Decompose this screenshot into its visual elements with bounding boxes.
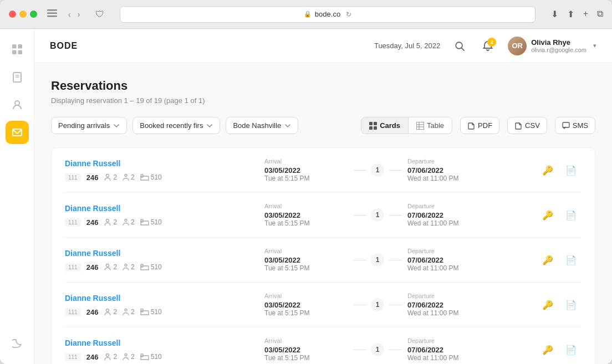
row-actions: 🔑 📄	[539, 162, 582, 178]
nights-badge: 1	[371, 208, 384, 222]
bed-number: 510	[140, 308, 162, 316]
sidebar-item-moon[interactable]	[6, 332, 29, 355]
sidebar	[0, 29, 34, 364]
app-header: BODE Tuesday, Jul 5, 2022	[34, 29, 612, 63]
room-number: 246	[86, 353, 99, 361]
departure-block: Departure 07/06/2022 Wed at 11:00 PM	[407, 203, 491, 227]
app: BODE Tuesday, Jul 5, 2022	[0, 29, 612, 364]
svg-rect-37	[141, 266, 149, 270]
maximize-button[interactable]	[30, 11, 37, 18]
svg-rect-31	[141, 221, 149, 225]
header-right: Tuesday, Jul 5, 2022 2	[374, 37, 596, 55]
arrival-date: 03/05/2022	[264, 211, 348, 219]
notification-bell[interactable]: 2	[479, 37, 497, 55]
svg-point-41	[106, 309, 109, 312]
key-icon[interactable]: 🔑	[539, 162, 556, 178]
document-icon[interactable]: 📄	[563, 252, 579, 268]
user-name: Olivia Rhye	[531, 38, 586, 47]
sidebar-item-book[interactable]	[6, 65, 29, 89]
document-icon[interactable]: 📄	[563, 296, 579, 313]
sms-button[interactable]: SMS	[555, 117, 595, 134]
bed-number: 510	[140, 353, 162, 361]
search-icon[interactable]	[451, 38, 468, 54]
departure-label: Departure	[407, 158, 491, 165]
departure-block: Departure 07/06/2022 Wed at 11:00 PM	[407, 293, 491, 317]
arrival-time: Tue at 5:15 PM	[264, 264, 348, 272]
sidebar-item-mail[interactable]	[6, 121, 29, 144]
location-filter[interactable]: Bode Nashville	[226, 117, 298, 134]
svg-rect-5	[12, 50, 17, 55]
user-menu[interactable]: OR Olivia Rhye olivia.r@google.com ▾	[508, 37, 596, 55]
minimize-button[interactable]	[19, 11, 27, 18]
key-icon[interactable]: 🔑	[539, 207, 556, 223]
back-arrow[interactable]: ‹	[66, 9, 73, 20]
pdf-button[interactable]: PDF	[460, 117, 499, 134]
departure-date: 07/06/2022	[407, 211, 491, 219]
arrival-date: 03/05/2022	[264, 256, 348, 264]
browser-window: ‹ › 🛡 🔒 bode.co ↻ ⬇ ⬆ + ⧉	[0, 0, 612, 364]
guest-name[interactable]: Dianne Russell	[65, 339, 264, 347]
table-view-button[interactable]: Table	[408, 117, 452, 134]
view-toggle: Cards Table	[361, 117, 452, 134]
nav-arrows: ‹ ›	[66, 9, 82, 20]
sidebar-toggle-icon[interactable]	[47, 9, 57, 19]
sort-filter[interactable]: Booked recently firs	[132, 117, 220, 134]
row-dates: Arrival 03/05/2022 Tue at 5:15 PM —— 1 —…	[264, 158, 539, 182]
guest-name[interactable]: Dianne Russell	[65, 249, 264, 258]
departure-time: Wed at 11:00 PM	[407, 219, 491, 227]
row-left: Dianne Russell 111 246 2 2	[65, 339, 264, 361]
guest-name[interactable]: Dianne Russell	[65, 294, 264, 303]
bed-number: 510	[140, 218, 162, 226]
nights-badge: 1	[371, 343, 384, 356]
share-icon[interactable]: ⬆	[567, 9, 574, 19]
sidebar-item-person[interactable]	[6, 93, 29, 116]
user-email: olivia.r@google.com	[531, 47, 586, 53]
departure-block: Departure 07/06/2022 Wed at 11:00 PM	[407, 337, 491, 362]
svg-rect-0	[47, 9, 57, 11]
key-icon[interactable]: 🔑	[539, 296, 556, 313]
arrival-block: Arrival 03/05/2022 Tue at 5:15 PM	[264, 248, 348, 272]
cards-view-button[interactable]: Cards	[361, 117, 408, 134]
guest-name[interactable]: Dianne Russell	[65, 159, 264, 168]
departure-label: Departure	[407, 203, 491, 209]
document-icon[interactable]: 📄	[563, 341, 579, 358]
csv-button[interactable]: CSV	[507, 117, 547, 134]
svg-rect-17	[374, 126, 377, 130]
lock-icon: 🔒	[304, 11, 312, 18]
document-icon[interactable]: 📄	[563, 162, 579, 178]
toolbar: Pending arrivals Booked recently firs Bo…	[51, 117, 595, 134]
new-tab-icon[interactable]: +	[583, 9, 588, 19]
svg-rect-15	[374, 122, 377, 125]
forward-arrow[interactable]: ›	[75, 9, 83, 20]
arrival-label: Arrival	[264, 293, 348, 299]
app-logo: BODE	[50, 41, 374, 51]
guest-name[interactable]: Dianne Russell	[65, 204, 264, 213]
arrival-block: Arrival 03/05/2022 Tue at 5:15 PM	[264, 158, 348, 182]
row-dates: Arrival 03/05/2022 Tue at 5:15 PM —— 1 —…	[264, 248, 539, 272]
close-button[interactable]	[9, 11, 16, 18]
svg-rect-1	[47, 13, 57, 14]
bed-number: 510	[140, 263, 162, 271]
svg-rect-14	[369, 122, 373, 125]
key-icon[interactable]: 🔑	[539, 341, 556, 358]
notification-badge: 2	[487, 38, 496, 47]
document-icon[interactable]: 📄	[563, 207, 579, 223]
row-left: Dianne Russell 111 246 2 2	[65, 204, 264, 227]
row-dates: Arrival 03/05/2022 Tue at 5:15 PM —— 1 —…	[264, 337, 539, 362]
child-count: 2	[123, 308, 135, 316]
download-icon[interactable]: ⬇	[551, 9, 558, 19]
room-prefix: 111	[65, 218, 81, 227]
room-info: 111 246 2 2	[65, 173, 264, 182]
sidebar-item-dashboard[interactable]	[6, 38, 29, 61]
child-count: 2	[123, 263, 135, 271]
reload-icon[interactable]: ↻	[346, 11, 351, 18]
child-count: 2	[123, 353, 135, 361]
pending-arrivals-filter[interactable]: Pending arrivals	[51, 117, 127, 134]
table-row: Dianne Russell 111 246 2 2	[65, 238, 582, 283]
row-actions: 🔑 📄	[539, 207, 582, 223]
url-bar[interactable]: 🔒 bode.co ↻	[120, 6, 535, 23]
key-icon[interactable]: 🔑	[539, 252, 556, 268]
tabs-icon[interactable]: ⧉	[597, 9, 603, 19]
svg-point-30	[125, 219, 127, 222]
room-prefix: 111	[65, 308, 81, 316]
